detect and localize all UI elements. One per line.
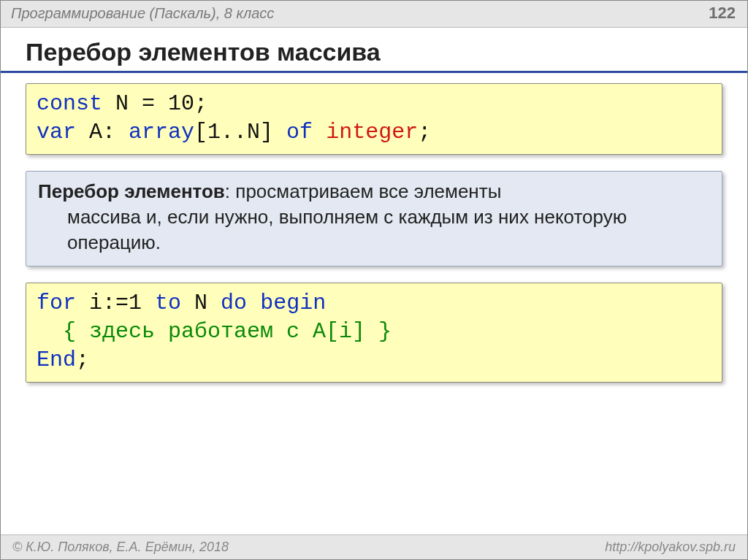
- code-text: [: [194, 120, 207, 145]
- code-text: N: [181, 291, 221, 315]
- keyword-to: to: [155, 291, 181, 315]
- code-text: ;: [76, 348, 89, 372]
- code-text: N: [102, 91, 142, 116]
- definition-term: Перебор элементов: [38, 180, 225, 202]
- slide-header: Программирование (Паскаль), 8 класс 122: [1, 1, 747, 28]
- slide-title: Перебор элементов массива: [1, 28, 747, 73]
- code-text: ;: [418, 120, 431, 145]
- page-number: 122: [709, 4, 736, 23]
- definition-text-line1: просматриваем все элементы: [235, 180, 501, 202]
- definition-text-line2: массива и, если нужно, выполняем с кажды…: [38, 204, 710, 256]
- header-title: Программирование (Паскаль), 8 класс: [11, 5, 274, 22]
- keyword-begin: begin: [260, 291, 326, 315]
- code-block-declaration: const N = 10; var A: array[1..N] of inte…: [26, 83, 722, 155]
- slide-content: const N = 10; var A: array[1..N] of inte…: [1, 83, 747, 383]
- code-text: ..N]: [221, 120, 286, 145]
- keyword-of: of: [286, 120, 313, 145]
- type-integer: integer: [326, 120, 418, 145]
- footer-copyright: © К.Ю. Поляков, Е.А. Ерёмин, 2018: [12, 540, 229, 555]
- keyword-array: array: [129, 120, 194, 145]
- code-text: 1: [129, 291, 142, 315]
- code-text: [142, 291, 155, 315]
- code-text: ;: [194, 91, 207, 116]
- code-text: =: [142, 91, 155, 116]
- keyword-const: const: [37, 91, 102, 116]
- keyword-do: do: [221, 291, 247, 315]
- code-text: [313, 120, 326, 145]
- slide-footer: © К.Ю. Поляков, Е.А. Ерёмин, 2018 http:/…: [1, 534, 747, 559]
- keyword-end: End: [37, 348, 76, 372]
- code-text: 10: [155, 91, 194, 116]
- definition-box: Перебор элементов: просматриваем все эле…: [26, 171, 722, 266]
- code-text: 1: [207, 120, 221, 145]
- code-comment: { здесь работаем с A[i] }: [63, 319, 392, 344]
- definition-colon: :: [225, 180, 235, 202]
- footer-url: http://kpolyakov.spb.ru: [605, 540, 736, 555]
- code-text: A:: [76, 120, 129, 145]
- code-block-loop: for i:=1 to N do begin { здесь работаем …: [26, 283, 722, 383]
- code-text: [247, 291, 260, 315]
- indent: [37, 319, 63, 344]
- keyword-for: for: [37, 291, 76, 315]
- keyword-var: var: [37, 120, 76, 145]
- code-text: i:=: [76, 291, 129, 315]
